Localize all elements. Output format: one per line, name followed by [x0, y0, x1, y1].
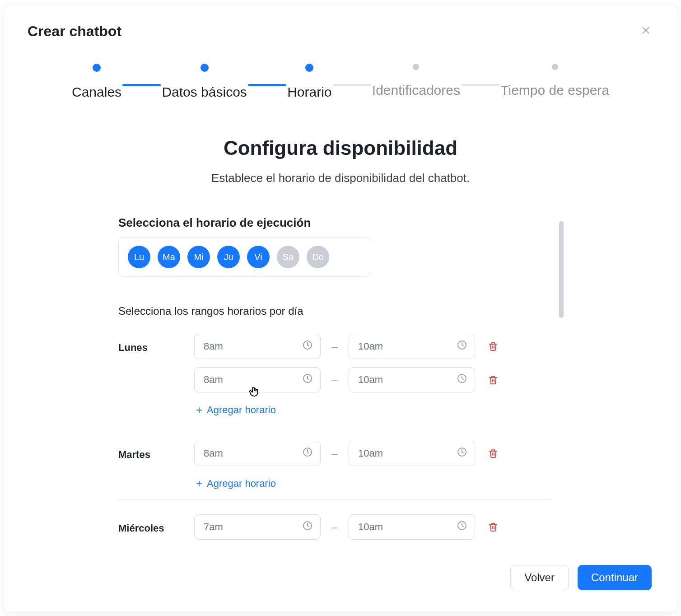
day-toggle-lu[interactable]: Lu	[128, 246, 150, 268]
modal-title: Crear chatbot	[28, 23, 121, 40]
clock-icon	[302, 373, 313, 387]
range-separator: –	[331, 340, 339, 353]
time-to-input[interactable]: 10am	[349, 441, 475, 466]
step-line	[333, 84, 371, 86]
scrollbar[interactable]	[559, 221, 564, 318]
daypicker-label: Selecciona el horario de ejecución	[118, 216, 552, 230]
stepper: CanalesDatos básicosHorarioIdentificador…	[4, 50, 677, 104]
close-icon[interactable]	[638, 21, 653, 41]
day-toggle-ma[interactable]: Ma	[158, 246, 180, 268]
time-value: 8am	[204, 374, 223, 386]
step-dot	[201, 64, 209, 72]
page-heading: Configura disponibilidad Establece el ho…	[211, 137, 470, 185]
step-5[interactable]: Tiempo de espera	[500, 64, 609, 98]
time-to-input[interactable]: 10am	[349, 334, 475, 359]
day-toggle-vi[interactable]: Vi	[247, 246, 270, 268]
time-range-row: 8am–10am	[194, 441, 552, 466]
modal-header: Crear chatbot	[4, 4, 677, 50]
create-chatbot-modal: Crear chatbot CanalesDatos básicosHorari…	[4, 4, 677, 612]
clock-icon	[302, 447, 313, 460]
time-from-input[interactable]: 8am	[194, 367, 321, 392]
time-value: 7am	[204, 521, 223, 533]
step-dot	[552, 64, 558, 70]
range-separator: –	[331, 373, 339, 386]
step-1[interactable]: Canales	[72, 64, 121, 100]
add-range-button[interactable]: +Agregar horario	[194, 474, 276, 490]
clock-icon	[302, 520, 313, 534]
day-ranges: 8am–10am8am–10am+Agregar horario	[194, 334, 552, 416]
delete-range-button[interactable]	[488, 341, 499, 352]
time-to-input[interactable]: 10am	[349, 514, 475, 540]
time-value: 8am	[204, 448, 223, 459]
day-toggle-do[interactable]: Do	[307, 246, 329, 268]
step-dot	[93, 64, 101, 72]
step-line	[248, 84, 286, 86]
step-line	[122, 84, 161, 86]
day-name: Lunes	[118, 334, 186, 354]
day-ranges: 7am–10am	[194, 514, 552, 540]
step-dot	[305, 64, 313, 72]
step-line	[461, 84, 499, 86]
continue-button[interactable]: Continuar	[578, 565, 652, 590]
time-value: 10am	[358, 341, 383, 352]
day-toggle-sa[interactable]: Sa	[277, 246, 299, 268]
page-title: Configura disponibilidad	[211, 137, 470, 159]
plus-icon: +	[196, 478, 202, 489]
range-separator: –	[331, 521, 339, 533]
delete-range-button[interactable]	[488, 374, 499, 385]
back-button[interactable]: Volver	[510, 565, 569, 590]
time-from-input[interactable]: 7am	[194, 514, 321, 540]
time-value: 10am	[358, 448, 383, 459]
step-2[interactable]: Datos básicos	[162, 64, 247, 100]
step-label: Canales	[72, 84, 121, 100]
day-toggle-ju[interactable]: Ju	[217, 246, 240, 268]
time-from-input[interactable]: 8am	[194, 334, 321, 359]
clock-icon	[302, 340, 313, 353]
time-value: 10am	[358, 374, 383, 386]
time-value: 10am	[358, 521, 383, 533]
step-label: Identificadores	[372, 83, 460, 98]
clock-icon	[457, 373, 467, 387]
step-4[interactable]: Identificadores	[372, 64, 460, 98]
time-to-input[interactable]: 10am	[349, 367, 475, 392]
time-value: 8am	[204, 341, 223, 352]
time-from-input[interactable]: 8am	[194, 441, 321, 466]
ranges-label: Selecciona los rangos horarios por día	[118, 305, 552, 317]
add-range-button[interactable]: +Agregar horario	[194, 401, 276, 416]
content: Configura disponibilidad Establece el ho…	[4, 104, 677, 612]
time-range-row: 8am–10am	[194, 334, 552, 359]
schedule-day-lunes: Lunes8am–10am8am–10am+Agregar horario	[118, 329, 552, 426]
day-toggle-mi[interactable]: Mi	[187, 246, 210, 268]
step-dot	[413, 64, 419, 70]
clock-icon	[457, 520, 467, 534]
step-label: Datos básicos	[162, 84, 247, 100]
add-range-label: Agregar horario	[207, 478, 276, 490]
time-range-row: 7am–10am	[194, 514, 552, 540]
step-label: Horario	[287, 84, 331, 100]
clock-icon	[457, 340, 467, 353]
schedule-day-martes: Martes8am–10am+Agregar horario	[118, 436, 552, 500]
step-label: Tiempo de espera	[500, 83, 609, 98]
time-range-row: 8am–10am	[194, 367, 552, 392]
modal-footer: Volver Continuar	[510, 565, 652, 590]
add-range-label: Agregar horario	[207, 404, 276, 416]
day-selector: LuMaMiJuViSaDo	[118, 237, 371, 277]
day-name: Miércoles	[118, 514, 186, 534]
page-subtitle: Establece el horario de disponibilidad d…	[211, 171, 470, 185]
delete-range-button[interactable]	[488, 448, 499, 459]
schedule-form: Selecciona el horario de ejecución LuMaM…	[115, 216, 566, 559]
schedule-day-miércoles: Miércoles7am–10am	[118, 510, 552, 550]
range-separator: –	[331, 447, 339, 460]
day-ranges: 8am–10am+Agregar horario	[194, 441, 552, 490]
plus-icon: +	[196, 405, 202, 415]
step-3[interactable]: Horario	[287, 64, 331, 100]
delete-range-button[interactable]	[488, 522, 499, 532]
clock-icon	[457, 447, 467, 460]
day-name: Martes	[118, 441, 186, 461]
